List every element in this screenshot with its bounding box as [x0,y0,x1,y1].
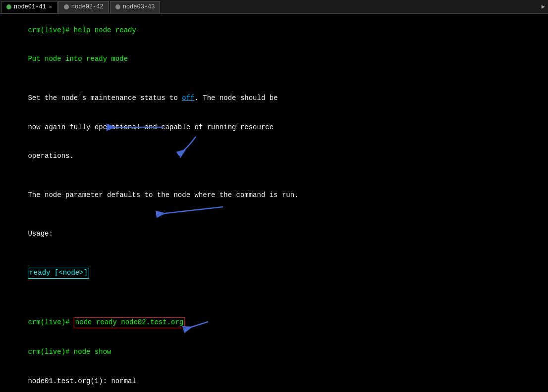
line-blank-3 [3,210,545,220]
tab-scroll-btn[interactable]: ▶ [539,3,548,10]
text-usage: Usage: [28,230,53,238]
text-node01-normal: node01.test.org(1): normal [28,377,136,385]
line-6: The node parameter defaults to the node … [3,181,545,210]
tab-node01-41[interactable]: node01-41 ✕ [1,1,57,13]
line-3: Set the node's maintenance status to off… [3,84,545,113]
tab-label-node02: node02-42 [71,3,104,10]
line-node-show: crm(live)# node show [3,338,545,367]
line-blank-2 [3,171,545,181]
line-5: operations. [3,142,545,171]
text-the-node-param: The node parameter defaults to the node … [28,191,298,199]
ready-syntax-box: ready [<node>] [28,268,89,279]
cmd-2 [69,318,73,326]
line-node01-normal: node01.test.org(1): normal [3,367,545,392]
node-ready-cmd-box: node ready node02.test.org [74,317,185,328]
text-set-2: . The node should be [195,94,278,102]
line-node-ready: crm(live)# node ready node02.test.org [3,308,545,338]
cmd-3: node show [69,348,111,356]
tab-node03-43[interactable]: node03-43 [110,1,161,13]
prompt-3: crm(live)# [28,348,69,356]
text-put-node: Put node into ready mode [28,55,128,63]
tab-label-node03: node03-43 [123,3,155,10]
text-set-1: Set the node's maintenance status to [28,94,182,102]
tab-close-node01[interactable]: ✕ [49,4,52,10]
tab-icon-active [6,4,11,9]
line-blank-6 [3,298,545,308]
tab-icon-node02 [64,4,69,9]
text-operations: operations. [28,152,73,160]
tab-node02-42[interactable]: node02-42 [58,1,109,13]
terminal[interactable]: crm(live)# help node ready Put node into… [0,14,548,392]
prompt-1: crm(live)# [28,26,69,34]
tab-icon-node03 [115,4,120,9]
prompt-2: crm(live)# [28,318,69,326]
line-ready-box: ready [<node>] [3,258,545,289]
line-blank-4 [3,248,545,258]
terminal-wrapper: crm(live)# help node ready Put node into… [0,14,548,392]
line-4: now again fully operational and capable … [3,113,545,142]
tab-label-node01: node01-41 [14,3,46,10]
line-blank-5 [3,289,545,298]
line-2: Put node into ready mode [3,45,545,74]
text-off-link: off [182,94,194,102]
line-7: Usage: [3,219,545,248]
cmd-1: help node ready [69,26,136,34]
line-1: crm(live)# help node ready [3,16,545,45]
text-now-again: now again fully operational and capable … [28,123,274,131]
tab-bar: node01-41 ✕ node02-42 node03-43 ▶ [0,0,548,14]
line-blank-1 [3,74,545,84]
